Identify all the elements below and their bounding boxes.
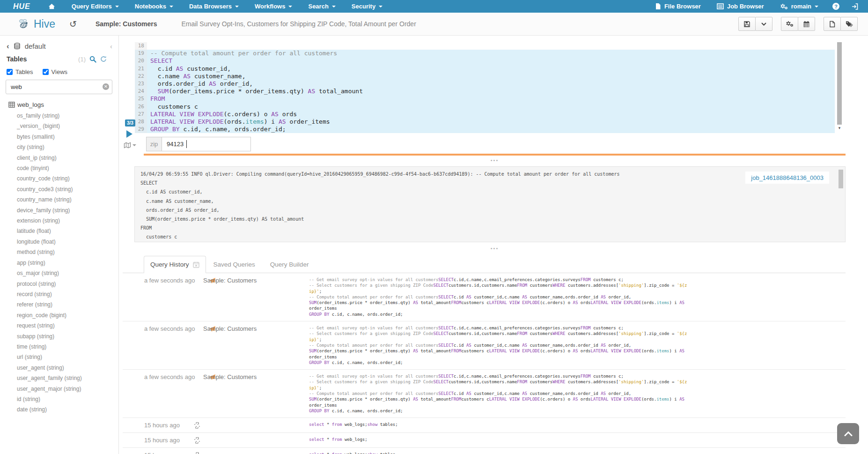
save-button[interactable] xyxy=(738,17,756,31)
scroll-to-top-button[interactable] xyxy=(837,423,859,444)
resize-handle[interactable]: ••• xyxy=(144,158,846,162)
column-item[interactable]: country_code (string) xyxy=(17,173,82,184)
code-line[interactable]: 22 c.name AS customer_name, xyxy=(135,73,835,80)
editor-scrollbar[interactable]: ▾ xyxy=(837,42,842,134)
column-item[interactable]: user_agent (string) xyxy=(17,363,82,373)
clear-search-icon[interactable]: ✕ xyxy=(103,83,109,90)
column-item[interactable]: protocol (string) xyxy=(17,279,82,289)
tab-saved-queries[interactable]: Saved Queries xyxy=(206,256,263,273)
code-line[interactable]: 29GROUP BY c.id, c.name, ords.order_id; xyxy=(135,126,835,133)
job-link[interactable]: job_1461888648136_0003 xyxy=(751,174,824,181)
line-number: 26 xyxy=(135,103,147,111)
column-item[interactable]: longitude (float) xyxy=(17,237,82,247)
column-item[interactable]: date (string) xyxy=(17,404,82,415)
table-filter-input[interactable] xyxy=(6,80,112,94)
hue-logo[interactable]: HUE xyxy=(13,2,30,11)
column-item[interactable]: os_major (string) xyxy=(17,268,82,278)
search-icon[interactable] xyxy=(89,56,96,63)
history-row[interactable]: 15 hours agoselect * from web_logs; xyxy=(123,433,846,448)
column-item[interactable]: time (string) xyxy=(17,342,82,352)
schedule-button[interactable] xyxy=(798,17,815,31)
code-line[interactable]: 27LATERAL VIEW EXPLODE(c.orders) o AS or… xyxy=(135,111,835,118)
column-item[interactable]: region_code (bigint) xyxy=(17,310,82,320)
column-item[interactable]: client_ip (string) xyxy=(17,153,82,163)
views-checkbox[interactable] xyxy=(43,69,49,75)
history-row[interactable]: a few seconds agoSample: Customers-- Get… xyxy=(123,273,846,321)
scroll-down-icon[interactable]: ▾ xyxy=(837,126,842,130)
nav-menu-security[interactable]: Security xyxy=(344,0,390,13)
history-row[interactable]: a few seconds agoSample: Customers-- Get… xyxy=(123,370,846,418)
history-row[interactable]: 15 hours agoselect * from web_logs;show … xyxy=(123,448,846,454)
column-item[interactable]: bytes (smallint) xyxy=(17,132,82,142)
home-button[interactable] xyxy=(48,3,55,9)
code-line[interactable]: 23 ords.order_id AS order_id, xyxy=(135,80,835,88)
column-item[interactable]: device_family (string) xyxy=(17,205,82,216)
tags-button[interactable] xyxy=(840,17,858,31)
column-item[interactable]: user_agent_family (string) xyxy=(17,373,82,383)
nav-menu-query-editors[interactable]: Query Editors xyxy=(64,0,127,13)
tab-query-builder[interactable]: Query Builder xyxy=(263,256,316,273)
column-item[interactable]: country_name (string) xyxy=(17,194,82,205)
new-query-button[interactable] xyxy=(824,17,841,31)
history-row[interactable]: a few seconds agoSample: Customers-- Get… xyxy=(123,321,846,370)
column-item[interactable]: city (string) xyxy=(17,142,82,152)
column-item[interactable]: id (string) xyxy=(17,394,82,404)
column-item[interactable]: code (tinyint) xyxy=(17,163,82,173)
recent-queries-icon[interactable]: ↺ xyxy=(69,19,77,29)
column-item[interactable]: url (string) xyxy=(17,352,82,362)
filter-tables-checkbox[interactable]: Tables xyxy=(7,68,33,75)
nav-menu-notebooks[interactable]: Notebooks xyxy=(127,0,181,13)
resize-handle[interactable]: ••• xyxy=(144,246,846,250)
code-line[interactable]: 28LATERAL VIEW EXPLODE(ords.items) i AS … xyxy=(135,118,835,126)
help-button[interactable]: ? xyxy=(826,0,846,13)
code-line[interactable]: 25FROM xyxy=(135,95,835,103)
save-dropdown-button[interactable] xyxy=(755,17,772,31)
collapse-sidebar-button[interactable]: ‹ xyxy=(110,42,112,50)
column-item[interactable]: subapp (string) xyxy=(17,331,82,342)
column-item[interactable]: extension (string) xyxy=(17,216,82,226)
calendar-x-icon xyxy=(193,261,199,268)
nav-job-browser[interactable]: Job Browser xyxy=(709,0,772,13)
column-item[interactable]: latitude (float) xyxy=(17,226,82,236)
column-item[interactable]: method (string) xyxy=(17,247,82,257)
column-item[interactable]: os_family (string) xyxy=(17,111,82,121)
sql-editor[interactable]: 1819-- Compute total amount per order fo… xyxy=(135,42,835,133)
code-line[interactable]: 20SELECT xyxy=(135,57,835,65)
assist-sidebar: ‹ default ‹ Tables (1) Tables Views ✕ we… xyxy=(0,36,119,454)
nav-file-browser[interactable]: File Browser xyxy=(647,0,709,13)
history-query-name: Sample: Customers xyxy=(203,277,309,284)
column-item[interactable]: request (string) xyxy=(17,320,82,331)
tab-query-history[interactable]: Query History xyxy=(144,256,206,273)
history-row[interactable]: 15 hours agoselect * from web_logs;show … xyxy=(123,418,846,433)
table-item-web-logs[interactable]: web_logs xyxy=(8,101,44,108)
hive-app-logo[interactable]: Hive xyxy=(17,18,55,30)
code-line[interactable]: 24 SUM(order_items.price * order_items.q… xyxy=(135,88,835,95)
nav-menu-data-browsers[interactable]: Data Browsers xyxy=(181,0,247,13)
nav-menu-workflows[interactable]: Workflows xyxy=(247,0,301,13)
code-line[interactable]: 19-- Compute total amount per order for … xyxy=(135,50,835,57)
logout-button[interactable] xyxy=(846,0,864,13)
tables-checkbox[interactable] xyxy=(7,69,13,75)
settings-button[interactable] xyxy=(781,17,798,31)
scrollbar-thumb[interactable] xyxy=(837,42,842,125)
refresh-icon[interactable] xyxy=(100,56,107,62)
editor-map-button[interactable] xyxy=(124,142,136,149)
column-item[interactable]: record (string) xyxy=(17,289,82,299)
code-line[interactable]: 18 xyxy=(135,42,835,50)
back-button[interactable]: ‹ xyxy=(7,42,9,50)
log-scrollbar-thumb[interactable] xyxy=(839,170,843,188)
column-item[interactable]: user_agent_major (string) xyxy=(17,384,82,394)
column-item[interactable]: country_code3 (string) xyxy=(17,184,82,194)
user-menu[interactable]: romain xyxy=(772,0,826,13)
column-item[interactable]: _version_ (bigint) xyxy=(17,121,82,131)
filter-views-checkbox[interactable]: Views xyxy=(43,68,67,75)
code-line[interactable]: 26 customers c xyxy=(135,103,835,111)
column-item[interactable]: referer (string) xyxy=(17,299,82,310)
variable-label: zip xyxy=(146,137,162,151)
execute-button[interactable] xyxy=(126,130,132,138)
database-name[interactable]: default xyxy=(25,42,46,50)
column-item[interactable]: app (string) xyxy=(17,258,82,268)
variable-value-input[interactable] xyxy=(162,137,251,151)
nav-menu-search[interactable]: Search xyxy=(300,0,343,13)
code-line[interactable]: 21 c.id AS customer_id, xyxy=(135,65,835,73)
